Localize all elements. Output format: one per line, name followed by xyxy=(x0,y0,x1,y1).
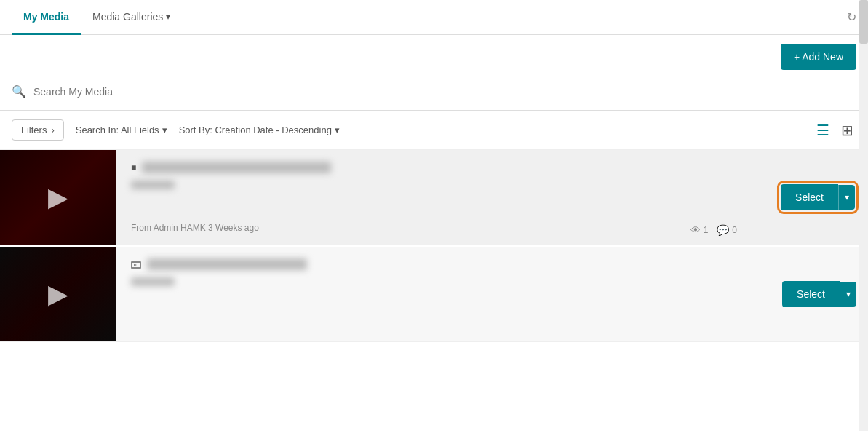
media-type-icon-1: ■ xyxy=(131,162,136,173)
comment-icon: 💬 xyxy=(717,224,729,236)
sort-by-label: Sort By: Creation Date - Descending xyxy=(179,124,332,135)
media-author-1 xyxy=(131,181,175,189)
filters-button[interactable]: Filters › xyxy=(12,119,64,141)
select-dropdown-button-2[interactable]: ▾ xyxy=(840,282,856,307)
select-button-group-2: Select ▾ xyxy=(782,281,856,307)
refresh-icon: ↻ xyxy=(847,11,856,23)
views-stat-1: 👁 1 xyxy=(690,224,709,236)
tab-media-galleries-label: Media Galleries xyxy=(92,11,163,23)
scrollbar-thumb[interactable] xyxy=(859,0,868,44)
select-button-1[interactable]: Select xyxy=(781,184,838,210)
tab-my-media-label: My Media xyxy=(23,11,69,23)
tab-media-galleries[interactable]: Media Galleries ▾ xyxy=(81,1,182,35)
grid-view-icon: ⊞ xyxy=(841,122,853,138)
eye-icon: 👁 xyxy=(690,224,701,236)
refresh-button[interactable]: ↻ xyxy=(847,10,856,24)
tab-my-media[interactable]: My Media xyxy=(12,1,81,35)
media-stats-1: 👁 1 💬 0 xyxy=(690,224,737,236)
media-title-row-2 xyxy=(131,258,756,270)
media-item-2: ▶ Select ▾ xyxy=(0,247,868,342)
chevron-down-icon: ▾ xyxy=(166,12,170,22)
media-title-2 xyxy=(147,258,307,270)
grid-view-button[interactable]: ⊞ xyxy=(838,120,856,141)
filters-label: Filters xyxy=(21,124,47,135)
comments-stat-1: 💬 0 xyxy=(717,224,737,236)
select-button-2[interactable]: Select xyxy=(782,281,840,307)
add-new-button[interactable]: + Add New xyxy=(781,44,856,70)
list-view-button[interactable]: ☰ xyxy=(813,120,832,141)
filters-arrow-icon: › xyxy=(51,124,54,135)
toolbar: + Add New xyxy=(0,35,868,79)
select-dropdown-icon-1: ▾ xyxy=(845,192,849,202)
media-type-icon-2 xyxy=(131,261,141,269)
search-bar: 🔍 xyxy=(0,79,868,111)
select-dropdown-button-1[interactable]: ▾ xyxy=(838,185,855,210)
sort-by-select[interactable]: Sort By: Creation Date - Descending ▾ xyxy=(179,124,340,135)
media-item: ▶ ■ From Admin HAMK 3 Weeks ago 👁 1 💬 0 xyxy=(0,150,868,245)
play-icon-2: ▶ xyxy=(48,279,68,309)
select-label-2: Select xyxy=(797,288,825,300)
search-in-arrow-icon: ▾ xyxy=(162,124,167,135)
search-in-select[interactable]: Search In: All Fields ▾ xyxy=(76,124,167,135)
select-dropdown-icon-2: ▾ xyxy=(846,289,851,299)
list-view-icon: ☰ xyxy=(816,122,829,138)
media-list: ▶ ■ From Admin HAMK 3 Weeks ago 👁 1 💬 0 xyxy=(0,150,868,342)
view-toggle: ☰ ⊞ xyxy=(813,120,856,141)
select-label-1: Select xyxy=(795,191,824,203)
search-icon: 🔍 xyxy=(12,84,26,98)
tabs-bar: My Media Media Galleries ▾ ↻ xyxy=(0,0,868,35)
search-in-label: Search In: All Fields xyxy=(76,124,159,135)
filters-row: Filters › Search In: All Fields ▾ Sort B… xyxy=(0,111,868,150)
views-count-1: 1 xyxy=(704,225,709,235)
media-from-label: From Admin HAMK 3 Weeks ago xyxy=(131,223,259,233)
play-icon: ▶ xyxy=(48,182,68,213)
select-button-group-1: Select ▾ xyxy=(779,183,856,212)
media-thumbnail-1[interactable]: ▶ xyxy=(0,150,116,245)
search-input[interactable] xyxy=(33,86,324,98)
media-info-2 xyxy=(116,247,771,341)
media-thumbnail-2[interactable]: ▶ xyxy=(0,247,116,341)
media-info-1: ■ From Admin HAMK 3 Weeks ago xyxy=(116,150,768,245)
media-meta-1: From Admin HAMK 3 Weeks ago xyxy=(131,201,753,233)
scrollbar[interactable] xyxy=(859,0,868,344)
media-title-1 xyxy=(142,162,331,173)
sort-by-arrow-icon: ▾ xyxy=(335,124,340,135)
media-title-row-1: ■ xyxy=(131,162,753,173)
add-new-label: + Add New xyxy=(794,51,843,63)
media-author-2 xyxy=(131,277,175,286)
comments-count-1: 0 xyxy=(732,225,737,235)
